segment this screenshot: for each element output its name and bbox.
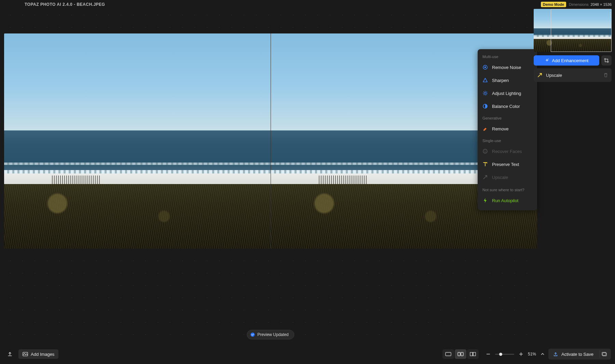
- menu-item-balance-color[interactable]: Balance Color: [478, 100, 537, 113]
- plus-icon: [519, 352, 523, 356]
- svg-point-15: [548, 59, 549, 59]
- right-sidebar: Add Enhancement Upscale: [530, 9, 615, 344]
- menu-item-run-autopilot[interactable]: Run Autopilot: [478, 194, 537, 207]
- sparkle-icon: [545, 58, 549, 63]
- svg-point-13: [484, 151, 485, 151]
- app-title: TOPAZ PHOTO AI 2.4.0 - BEACH.JPEG: [25, 2, 105, 7]
- menu-item-label: Remove Noise: [492, 65, 521, 70]
- view-mode-group: [442, 349, 479, 359]
- bottom-bar: Add Images 51%: [0, 344, 615, 364]
- zoom-in-button[interactable]: [518, 349, 524, 359]
- dimensions-value: 2048 × 1536: [591, 2, 612, 6]
- navigator-viewport[interactable]: [551, 9, 612, 52]
- svg-line-10: [487, 92, 487, 92]
- menu-item-label: Preserve Text: [492, 162, 519, 167]
- menu-section-single-use: Single-use: [478, 135, 537, 145]
- applied-filter-label: Upscale: [546, 73, 562, 78]
- add-enhancement-button[interactable]: Add Enhancement: [534, 55, 599, 66]
- upscale-icon: [482, 174, 488, 180]
- compare-pane-left[interactable]: [4, 33, 271, 249]
- menu-item-label: Sharpen: [492, 78, 509, 83]
- zoom-slider-knob[interactable]: [499, 353, 502, 356]
- add-enhancement-label: Add Enhancement: [552, 58, 589, 63]
- svg-rect-18: [458, 352, 460, 356]
- upload-icon: [7, 351, 13, 357]
- view-side-by-side-button[interactable]: [455, 349, 466, 359]
- add-images-button[interactable]: Add Images: [18, 349, 58, 359]
- canvas-area[interactable]: Multi-use Remove Noise Sharpen Adjust Li…: [4, 9, 537, 344]
- face-icon: [482, 149, 488, 154]
- menu-item-sharpen[interactable]: Sharpen: [478, 74, 537, 87]
- menu-item-adjust-lighting[interactable]: Adjust Lighting: [478, 87, 537, 100]
- images-icon: [602, 352, 607, 356]
- menu-item-label: Adjust Lighting: [492, 91, 521, 96]
- menu-section-multi-use: Multi-use: [478, 51, 537, 61]
- svg-rect-21: [473, 352, 476, 356]
- adjust-lighting-icon: [482, 90, 488, 96]
- menu-item-upscale[interactable]: Upscale: [478, 171, 537, 184]
- dimensions-label: Dimensions: [569, 2, 588, 6]
- menu-hint: Not sure where to start?: [478, 184, 537, 194]
- menu-item-recover-faces[interactable]: Recover Faces: [478, 145, 537, 158]
- svg-line-8: [487, 95, 487, 95]
- zoom-value: 51%: [528, 352, 536, 356]
- delete-filter-button[interactable]: [603, 73, 608, 78]
- upscale-icon: [537, 72, 543, 78]
- menu-item-remove[interactable]: Remove: [478, 122, 537, 135]
- svg-point-14: [486, 151, 486, 151]
- svg-rect-20: [470, 352, 473, 356]
- export-icon: [553, 352, 558, 356]
- balance-color-icon: [482, 103, 488, 109]
- svg-point-12: [483, 149, 487, 153]
- view-single-button[interactable]: [442, 349, 454, 359]
- zoom-controls: 51%: [485, 349, 546, 359]
- svg-rect-17: [446, 352, 451, 356]
- single-view-icon: [445, 352, 451, 356]
- enhancement-menu: Multi-use Remove Noise Sharpen Adjust Li…: [478, 49, 537, 210]
- menu-section-generative: Generative: [478, 113, 537, 122]
- remove-noise-icon: [482, 65, 488, 70]
- applied-filter-upscale[interactable]: Upscale: [534, 68, 612, 82]
- add-images-label: Add Images: [31, 352, 54, 357]
- preview-status-label: Preview Updated: [257, 332, 288, 337]
- zoom-slider[interactable]: [495, 354, 514, 355]
- menu-item-label: Upscale: [492, 175, 508, 180]
- zoom-out-button[interactable]: [485, 349, 492, 359]
- svg-rect-19: [461, 352, 463, 356]
- menu-item-label: Recover Faces: [492, 149, 522, 154]
- activate-label: Activate to Save: [561, 352, 593, 357]
- activate-to-save-button[interactable]: Activate to Save: [548, 349, 611, 360]
- compare-view[interactable]: [4, 33, 537, 249]
- preview-status-pill: Preview Updated: [247, 330, 294, 339]
- eraser-icon: [482, 126, 488, 131]
- menu-item-label: Balance Color: [492, 104, 520, 109]
- crop-button[interactable]: [601, 55, 612, 66]
- bolt-icon: [482, 198, 488, 203]
- side-by-side-icon: [457, 352, 464, 356]
- svg-line-9: [483, 95, 484, 95]
- menu-item-preserve-text[interactable]: Preserve Text: [478, 158, 537, 171]
- demo-mode-badge: Demo Mode: [541, 2, 566, 7]
- trash-icon: [603, 73, 608, 78]
- svg-point-2: [484, 92, 486, 94]
- minus-icon: [486, 352, 490, 356]
- sharpen-icon: [482, 78, 488, 83]
- check-icon: [250, 333, 255, 337]
- zoom-menu-button[interactable]: [539, 349, 546, 359]
- more-options-button[interactable]: [607, 12, 613, 17]
- menu-item-remove-noise[interactable]: Remove Noise: [478, 61, 537, 74]
- menu-item-label: Remove: [492, 126, 508, 131]
- view-split-button[interactable]: [467, 349, 479, 359]
- svg-line-7: [483, 92, 484, 92]
- text-icon: [482, 162, 488, 167]
- chevron-up-icon: [541, 352, 544, 356]
- menu-item-label: Run Autopilot: [492, 198, 518, 203]
- upload-button[interactable]: [4, 349, 16, 359]
- image-icon: [23, 352, 28, 356]
- svg-point-1: [484, 67, 486, 68]
- split-view-icon: [470, 352, 476, 356]
- save-options-button[interactable]: [600, 350, 609, 358]
- navigator-thumbnail[interactable]: [534, 9, 612, 52]
- crop-icon: [604, 58, 609, 63]
